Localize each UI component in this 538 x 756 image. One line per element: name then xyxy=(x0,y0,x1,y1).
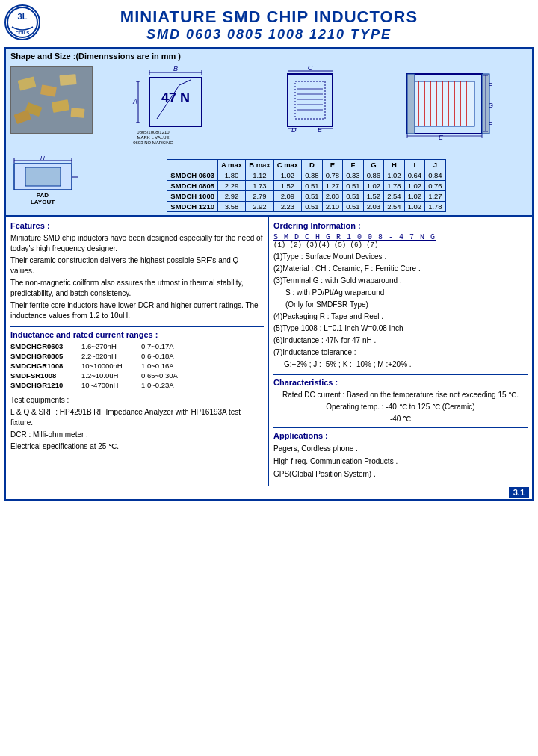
ordering-desc-item: (2)Material : CH : Ceramic, F : Ferritic… xyxy=(273,264,528,274)
svg-text:0603 NO MARKING: 0603 NO MARKING xyxy=(133,140,173,145)
svg-rect-53 xyxy=(407,74,415,134)
char-item: Operating temp. : -40 ℃ to 125 ℃ (Cerami… xyxy=(273,402,528,412)
feature-item: Their ferrite core inductors have lower … xyxy=(10,300,264,320)
inductance-row: SMDFSR10081.2~10.0uH0.65~0.30A xyxy=(10,371,264,379)
svg-container: B A 47 N xyxy=(100,66,528,149)
app-item: Pagers, Cordless phone . xyxy=(273,443,528,454)
two-col: Features : Miniature SMD chip inductors … xyxy=(6,216,532,486)
features-text: Miniature SMD chip inductors have been d… xyxy=(10,233,264,320)
ordering-desc-item: (4)Packaging R : Tape and Reel . xyxy=(273,312,528,322)
ind-val2: 0.6~0.18A xyxy=(141,352,174,360)
ordering-desc-item: S : with PD/Pt/Ag wraparound xyxy=(273,288,528,298)
test-text: Test equipments :L & Q & SRF : HP4291B R… xyxy=(10,395,264,452)
shape-size-section: Shape and Size :(Dimennssions are in mm … xyxy=(6,49,532,216)
ind-part: SMDCHGR0805 xyxy=(10,352,74,360)
app-section: Applications : Pagers, Cordless phone .H… xyxy=(273,427,528,480)
ordering-desc-item: (6)Inductance : 47N for 47 nH . xyxy=(273,335,528,346)
dim-table: A maxB maxC maxDEFGHIJ SMDCH 06031.801.1… xyxy=(167,159,445,212)
main-content: Shape and Size :(Dimennssions are in mm … xyxy=(4,47,534,501)
svg-rect-29 xyxy=(295,81,325,119)
svg-text:E: E xyxy=(439,134,444,141)
app-text: Pagers, Cordless phone .High f req. Comm… xyxy=(273,443,528,480)
test-item: L & Q & SRF : HP4291B RF Impedance Analy… xyxy=(10,407,264,428)
svg-line-22 xyxy=(179,80,191,85)
header-titles: MINIATURE SMD CHIP INDUCTORS SMD 0603 08… xyxy=(120,7,418,43)
ind-val1: 10~10000nH xyxy=(81,362,134,370)
inductance-header: Inductance and rated current ranges : xyxy=(10,330,264,339)
ordering-desc: (1)Type : Surface Mount Devices .(2)Mate… xyxy=(273,252,528,370)
ind-val1: 10~4700nH xyxy=(81,381,134,389)
feature-item: Their ceramic construction delivers the … xyxy=(10,255,264,276)
ordering-desc-item: (Only for SMDFSR Type) xyxy=(273,300,528,310)
ordering-desc-item: (3)Terminal G : with Gold wraparound . xyxy=(273,276,528,286)
inductance-row: SMDCHGR100810~10000nH1.0~0.16A xyxy=(10,362,264,370)
char-item: Rated DC current : Based on the temperat… xyxy=(273,390,528,400)
test-section: Test equipments :L & Q & SRF : HP4291B R… xyxy=(10,395,264,452)
inductance-row: SMDCHGR06031.6~270nH0.7~0.17A xyxy=(10,342,264,350)
ind-val2: 1.0~0.16A xyxy=(141,362,174,370)
inductance-section: Inductance and rated current ranges : SM… xyxy=(10,326,264,389)
ordering-header: Ordering Information : xyxy=(273,221,528,230)
ind-val1: 1.6~270nH xyxy=(81,342,134,350)
shape-size-title: Shape and Size :(Dimennssions are in mm … xyxy=(10,52,528,61)
test-item: Electrical specifications at 25 ℃. xyxy=(10,441,264,452)
header: 3L COILS MINIATURE SMD CHIP INDUCTORS SM… xyxy=(4,4,534,44)
chip-photo xyxy=(10,66,93,134)
test-item: Test equipments : xyxy=(10,395,264,406)
main-title: MINIATURE SMD CHIP INDUCTORS xyxy=(120,7,418,27)
svg-text:0805/1008/1210: 0805/1008/1210 xyxy=(137,130,170,134)
ordering-desc-item: (7)Inductance tolerance : xyxy=(273,347,528,358)
ind-part: SMDCHGR1008 xyxy=(10,362,74,370)
svg-text:D: D xyxy=(291,126,297,134)
features-header: Features : xyxy=(10,221,264,230)
inductance-row: SMDCHGR121010~4700nH1.0~0.23A xyxy=(10,381,264,389)
char-header: Characteristics : xyxy=(273,378,528,387)
page-wrapper: 3L COILS MINIATURE SMD CHIP INDUCTORS SM… xyxy=(0,0,538,756)
ind-val1: 2.2~820nH xyxy=(81,352,134,360)
ordering-code: S M D C H G R 1 0 0 8 - 4 7 N G (1) (2) … xyxy=(273,233,528,249)
logo-area: 3L COILS xyxy=(4,4,40,40)
ind-val2: 1.0~0.23A xyxy=(141,381,174,389)
svg-text:47 N: 47 N xyxy=(161,90,190,105)
svg-text:A: A xyxy=(132,98,137,105)
svg-rect-69 xyxy=(25,167,61,186)
svg-text:B: B xyxy=(173,66,178,72)
bottom-page-num: 3.1 xyxy=(6,486,532,499)
ind-part: SMDCHGR1210 xyxy=(10,381,74,389)
svg-text:3L: 3L xyxy=(18,12,28,21)
feature-item: The non-magnetic coilform also assures t… xyxy=(10,278,264,298)
ind-val1: 1.2~10.0uH xyxy=(81,371,134,379)
ind-val2: 0.7~0.17A xyxy=(141,342,174,350)
feature-item: Miniature SMD chip inductors have been d… xyxy=(10,233,264,253)
svg-text:H: H xyxy=(40,155,45,161)
svg-text:LAYOUT: LAYOUT xyxy=(31,199,55,205)
logo-circle: 3L COILS xyxy=(4,4,40,40)
svg-rect-6 xyxy=(59,74,76,86)
svg-text:C: C xyxy=(308,66,313,72)
ordering-desc-item: G:+2% ; J : -5% ; K : -10% ; M :+20% . xyxy=(273,359,528,370)
char-section: Characteristics : Rated DC current : Bas… xyxy=(273,374,528,424)
svg-rect-43 xyxy=(415,81,474,126)
svg-text:COILS: COILS xyxy=(16,31,29,35)
ordering-desc-item: (1)Type : Surface Mount Devices . xyxy=(273,252,528,262)
svg-rect-9 xyxy=(71,108,85,118)
svg-text:MARK L VALUE: MARK L VALUE xyxy=(137,135,170,140)
shape-diagrams: B A 47 N xyxy=(10,63,528,152)
ordering-code-display: S M D C H G R 1 0 0 8 - 4 7 N G xyxy=(273,233,436,241)
app-header: Applications : xyxy=(273,431,528,440)
inductance-row: SMDCHGR08052.2~820nH0.6~0.18A xyxy=(10,352,264,360)
ordering-desc-item: (5)Type 1008 : L=0.1 Inch W=0.08 Inch xyxy=(273,323,528,334)
ind-val2: 0.65~0.30A xyxy=(141,371,178,379)
page-number: 3.1 xyxy=(509,487,529,498)
dim-table-area: A maxB maxC maxDEFGHIJ SMDCH 06031.801.1… xyxy=(85,159,528,212)
char-item: -40 ℃ xyxy=(273,414,528,424)
test-item: DCR : Milli-ohm meter . xyxy=(10,430,264,440)
ind-part: SMDFSR1008 xyxy=(10,371,74,379)
char-text: Rated DC current : Based on the temperat… xyxy=(273,390,528,424)
svg-text:E: E xyxy=(318,126,323,134)
svg-rect-3 xyxy=(11,67,92,133)
sub-title: SMD 0603 0805 1008 1210 TYPE xyxy=(120,27,418,43)
pad-layout-area: H PAD LAYOUT xyxy=(10,155,78,211)
ind-part: SMDCHGR0603 xyxy=(10,342,74,350)
app-item: High f req. Communication Products . xyxy=(273,456,528,467)
